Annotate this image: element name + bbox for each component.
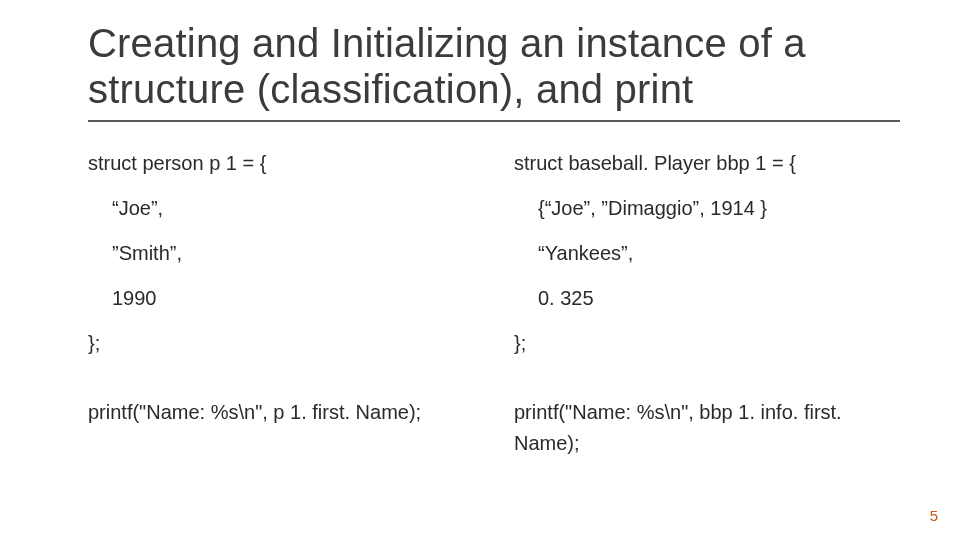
code-line: “Yankees”, (514, 238, 900, 269)
code-line: printf("Name: %s\n", p 1. first. Name); (88, 397, 474, 428)
slide-title: Creating and Initializing an instance of… (88, 20, 900, 112)
code-line: “Joe”, (88, 193, 474, 224)
code-line: {“Joe”, ”Dimaggio”, 1914 } (514, 193, 900, 224)
code-line: struct person p 1 = { (88, 148, 474, 179)
title-block: Creating and Initializing an instance of… (88, 20, 900, 122)
code-line: ”Smith”, (88, 238, 474, 269)
code-line: }; (514, 328, 900, 359)
page-number: 5 (930, 507, 938, 524)
title-line-2: structure (classification), and print (88, 67, 693, 111)
spacer (88, 373, 474, 397)
code-line: struct baseball. Player bbp 1 = { (514, 148, 900, 179)
spacer (514, 373, 900, 397)
code-line: 0. 325 (514, 283, 900, 314)
title-line-1: Creating and Initializing an instance of… (88, 21, 806, 65)
code-line: printf("Name: %s\n", bbp 1. info. first.… (514, 397, 900, 459)
code-line: }; (88, 328, 474, 359)
title-underline (88, 120, 900, 122)
right-column: struct baseball. Player bbp 1 = { {“Joe”… (514, 148, 900, 473)
code-line: 1990 (88, 283, 474, 314)
left-column: struct person p 1 = { “Joe”, ”Smith”, 19… (88, 148, 474, 473)
slide: Creating and Initializing an instance of… (0, 0, 960, 540)
content-columns: struct person p 1 = { “Joe”, ”Smith”, 19… (88, 148, 900, 473)
